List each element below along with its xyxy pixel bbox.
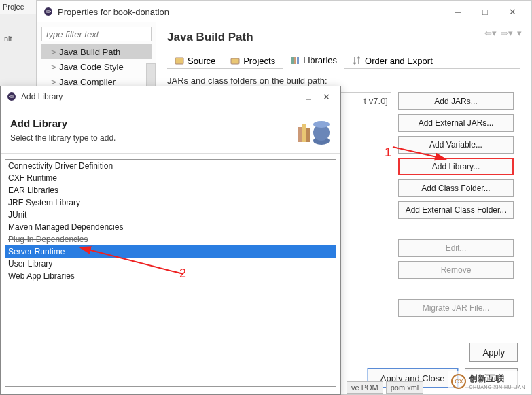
- list-item-server-runtime[interactable]: Server Runtime: [5, 245, 336, 258]
- annotation-number-1: 1: [385, 145, 391, 160]
- tab-source[interactable]: Source: [167, 52, 223, 69]
- add-library-dialog: Add Library □ ✕ Add Library Select the l…: [0, 86, 341, 395]
- add-jars-button[interactable]: Add JARs...: [398, 92, 514, 110]
- watermark-logo: CX 创新互联 CHUANG XIN HU LIAN: [448, 371, 528, 391]
- category-tree[interactable]: >Java Build Path >Java Code Style >Java …: [41, 44, 152, 89]
- stub-tab[interactable]: ve POM: [347, 381, 383, 394]
- dialog-header: Add Library Select the library type to a…: [1, 107, 340, 154]
- chevron-right-icon: >: [51, 47, 59, 57]
- projects-side-tab[interactable]: nit: [0, 31, 36, 47]
- tree-item-java-build-path[interactable]: >Java Build Path: [41, 44, 152, 59]
- svg-rect-6: [297, 57, 299, 64]
- tab-projects[interactable]: Projects: [223, 52, 283, 69]
- migrate-jar-button[interactable]: Migrate JAR File...: [398, 299, 514, 317]
- svg-rect-3: [231, 58, 239, 64]
- maximize-button[interactable]: □: [472, 2, 499, 21]
- edit-button[interactable]: Edit...: [398, 239, 514, 257]
- add-external-jars-button[interactable]: Add External JARs...: [398, 114, 514, 132]
- back-icon[interactable]: ⇦▾: [484, 28, 497, 38]
- svg-rect-14: [306, 128, 310, 142]
- eclipse-icon: [43, 6, 54, 17]
- tab-libraries[interactable]: Libraries: [283, 52, 344, 69]
- jar-description: JARs and class folders on the build path…: [167, 75, 520, 86]
- bottom-editor-tabs: ve POM pom xml: [347, 381, 423, 394]
- list-item[interactable]: CXF Runtime: [5, 172, 336, 184]
- filter-input[interactable]: [41, 27, 152, 41]
- add-external-class-folder-button[interactable]: Add External Class Folder...: [398, 201, 514, 219]
- logo-text: 创新互联: [469, 373, 525, 385]
- dropdown-icon[interactable]: ▾: [517, 28, 522, 38]
- list-item[interactable]: Maven Managed Dependencies: [5, 221, 336, 233]
- list-item-disabled[interactable]: Plug-in Dependencies: [5, 233, 336, 245]
- libraries-icon: [290, 56, 300, 65]
- properties-titlebar: Properties for book-donation ─ □ ✕: [37, 1, 531, 22]
- order-icon: [352, 56, 361, 65]
- projects-icon: [230, 56, 240, 65]
- source-icon: [175, 56, 184, 65]
- list-item[interactable]: JRE System Library: [5, 196, 336, 209]
- add-library-button[interactable]: Add Library...: [398, 158, 514, 175]
- button-column: Add JARs... Add External JARs... Add Var…: [398, 92, 514, 317]
- minimize-button[interactable]: ─: [444, 2, 472, 21]
- dialog-titlebar: Add Library □ ✕: [1, 86, 340, 107]
- svg-rect-4: [291, 57, 294, 64]
- remove-button[interactable]: Remove: [398, 261, 514, 279]
- list-item[interactable]: Connectivity Driver Definition: [5, 160, 336, 172]
- eclipse-icon: [6, 91, 17, 102]
- list-item[interactable]: User Library: [5, 258, 336, 270]
- list-item[interactable]: Web App Libraries: [5, 270, 336, 282]
- list-item[interactable]: JUnit: [5, 209, 336, 221]
- add-variable-button[interactable]: Add Variable...: [398, 136, 514, 154]
- dialog-heading: Add Library: [10, 118, 116, 129]
- svg-rect-5: [294, 57, 296, 64]
- svg-rect-2: [175, 58, 183, 64]
- svg-point-11: [313, 121, 330, 128]
- tab-order-export[interactable]: Order and Export: [344, 52, 440, 69]
- svg-rect-12: [298, 127, 302, 142]
- logo-subtext: CHUANG XIN HU LIAN: [469, 385, 525, 390]
- build-path-tabs: Source Projects Libraries Order and Expo…: [167, 51, 520, 69]
- library-type-list[interactable]: Connectivity Driver Definition CXF Runti…: [5, 159, 336, 387]
- svg-rect-13: [302, 124, 306, 142]
- dialog-close-button[interactable]: ✕: [317, 88, 335, 105]
- annotation-number-2: 2: [179, 267, 186, 281]
- projects-panel-title: Projec: [0, 0, 36, 14]
- stub-tab[interactable]: pom xml: [386, 381, 424, 394]
- tree-item-java-code-style[interactable]: >Java Code Style: [41, 59, 152, 74]
- section-title: Java Build Path: [167, 31, 520, 44]
- logo-mark-icon: CX: [451, 374, 466, 389]
- dialog-subheading: Select the library type to add.: [10, 133, 116, 143]
- properties-title: Properties for book-donation: [58, 7, 444, 17]
- close-button[interactable]: ✕: [499, 2, 526, 21]
- list-item[interactable]: EAR Libraries: [5, 184, 336, 196]
- add-class-folder-button[interactable]: Add Class Folder...: [398, 179, 514, 197]
- dialog-title: Add Library: [21, 92, 300, 101]
- apply-button[interactable]: Apply: [469, 343, 518, 362]
- library-jar-icon: [294, 114, 331, 146]
- forward-icon[interactable]: ⇨▾: [501, 28, 513, 38]
- dialog-maximize-button[interactable]: □: [300, 88, 317, 105]
- nav-history-icons: ⇦▾ ⇨▾ ▾: [484, 28, 522, 38]
- chevron-right-icon: >: [51, 62, 59, 72]
